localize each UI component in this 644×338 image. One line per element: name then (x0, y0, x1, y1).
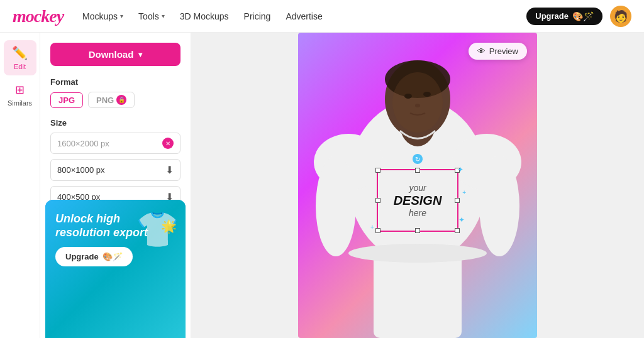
rotate-handle[interactable]: ↻ (413, 154, 423, 164)
upgrade-card-inner: Unlock high resolution export Upgrade 🎨🪄 (45, 200, 186, 276)
upgrade-card: Unlock high resolution export Upgrade 🎨🪄… (45, 200, 186, 338)
design-your: your (394, 183, 442, 194)
svg-point-13 (415, 104, 420, 107)
header-right: Upgrade 🎨🪄 🧑 (526, 6, 631, 27)
download-chevron-icon: ▾ (138, 50, 142, 59)
design-word: DESIGN (394, 193, 442, 208)
nav-advertise[interactable]: Advertise (286, 11, 322, 21)
svg-point-8 (348, 244, 487, 263)
design-here: here (394, 208, 442, 219)
sparkle-icon-2: ✦ (458, 215, 465, 224)
preview-button[interactable]: 👁 Preview (469, 43, 527, 60)
upgrade-card-title: Unlock high resolution export (55, 212, 175, 239)
upgrade-emoji: 🎨🪄 (572, 11, 594, 21)
size-locked-row: 1600×2000 px ✕ (50, 133, 180, 154)
nav-pricing[interactable]: Pricing (244, 11, 271, 21)
handle-ml[interactable] (375, 198, 380, 203)
svg-point-5 (316, 156, 356, 256)
mockups-chevron-icon: ▾ (120, 13, 123, 19)
size-section: Size 1600×2000 px ✕ 800×1000 px ⬇ 400×50… (50, 118, 180, 208)
header: mockey Mockups ▾ Tools ▾ 3D Mockups Pric… (0, 0, 644, 33)
main-content: ✏️ Edit ⊞ Similars Download ▾ Format JPG… (0, 33, 644, 338)
sidebar-item-similars[interactable]: ⊞ Similars (4, 78, 36, 112)
size-download-icon-1: ⬇ (165, 164, 174, 176)
design-box: your DESIGN here ✦ ✦ + + (377, 169, 458, 232)
tools-chevron-icon: ▾ (162, 13, 165, 19)
format-label: Format (50, 77, 180, 87)
handle-tl[interactable] (375, 168, 380, 173)
size-lock-icon: ✕ (162, 138, 174, 149)
sidebar: ✏️ Edit ⊞ Similars (0, 33, 40, 338)
upgrade-button[interactable]: Upgrade 🎨🪄 (526, 8, 602, 25)
canvas-area: ↻ your DESIGN here ✦ (191, 33, 644, 338)
edit-icon: ✏️ (12, 45, 28, 60)
mockup-canvas: ↻ your DESIGN here ✦ (298, 33, 537, 338)
handle-bm[interactable] (415, 228, 420, 233)
svg-point-11 (404, 94, 412, 99)
svg-point-6 (479, 156, 519, 256)
handle-mr[interactable] (455, 198, 460, 203)
similars-icon: ⊞ (15, 83, 25, 97)
size-label: Size (50, 118, 180, 128)
sidebar-edit-label: Edit (14, 63, 26, 70)
preview-eye-icon: 👁 (477, 46, 486, 56)
nav-3d-mockups[interactable]: 3D Mockups (180, 11, 229, 21)
size-option-800[interactable]: 800×1000 px ⬇ (50, 159, 180, 181)
avatar[interactable]: 🧑 (610, 6, 631, 27)
sparkle-icon-4: + (370, 224, 374, 231)
png-button[interactable]: PNG 🔒 (88, 92, 135, 108)
logo[interactable]: mockey (13, 6, 64, 26)
png-lock-icon: 🔒 (116, 95, 126, 105)
sidebar-item-edit[interactable]: ✏️ Edit (4, 40, 36, 75)
svg-rect-7 (374, 250, 462, 338)
nav-mockups[interactable]: Mockups ▾ (82, 11, 123, 21)
design-text: your DESIGN here (394, 183, 442, 219)
jpg-button[interactable]: JPG (50, 92, 83, 108)
download-panel: Download ▾ Format JPG PNG 🔒 Size 1600×20… (40, 33, 191, 338)
handle-bl[interactable] (375, 228, 380, 233)
handle-br[interactable] (455, 228, 460, 233)
nav-tools[interactable]: Tools ▾ (138, 11, 165, 21)
upgrade-card-button[interactable]: Upgrade 🎨🪄 (55, 247, 133, 266)
svg-point-12 (423, 92, 431, 97)
design-overlay[interactable]: ↻ your DESIGN here ✦ (377, 169, 458, 232)
sparkle-icon-3: + (462, 189, 466, 196)
svg-point-10 (392, 72, 443, 133)
sidebar-similars-label: Similars (8, 99, 32, 107)
sparkle-icon-1: ✦ (457, 165, 464, 174)
format-row: JPG PNG 🔒 (50, 92, 180, 108)
main-nav: Mockups ▾ Tools ▾ 3D Mockups Pricing Adv… (82, 11, 526, 21)
handle-tm[interactable] (415, 168, 420, 173)
download-button[interactable]: Download ▾ (50, 43, 180, 66)
